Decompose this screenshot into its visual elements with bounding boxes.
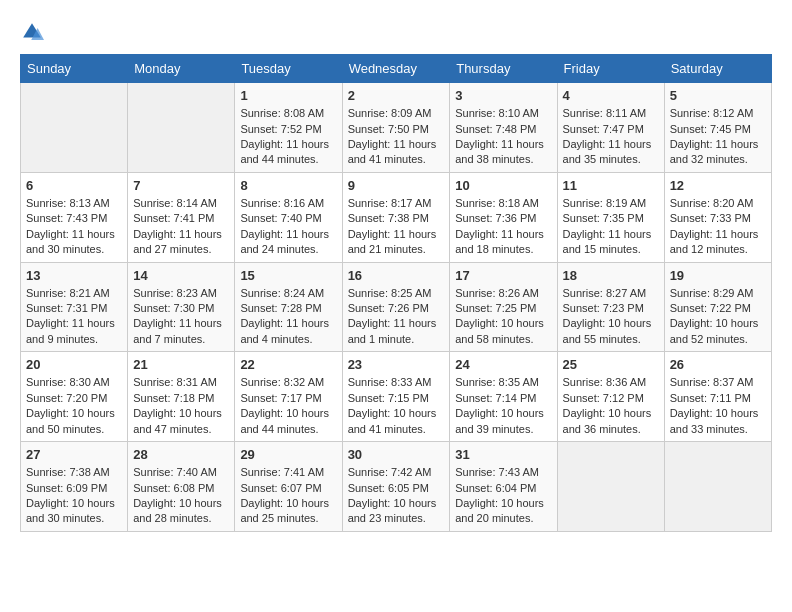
day-header-tuesday: Tuesday	[235, 55, 342, 83]
calendar-cell: 10Sunrise: 8:18 AMSunset: 7:36 PMDayligh…	[450, 172, 557, 262]
calendar-cell: 15Sunrise: 8:24 AMSunset: 7:28 PMDayligh…	[235, 262, 342, 352]
day-info: Sunset: 7:52 PM	[240, 122, 336, 137]
day-info: Sunset: 7:30 PM	[133, 301, 229, 316]
day-number: 14	[133, 267, 229, 285]
calendar-cell	[557, 442, 664, 532]
day-header-wednesday: Wednesday	[342, 55, 450, 83]
calendar-cell: 19Sunrise: 8:29 AMSunset: 7:22 PMDayligh…	[664, 262, 771, 352]
day-number: 18	[563, 267, 659, 285]
day-info: Daylight: 11 hours and 15 minutes.	[563, 227, 659, 258]
day-info: Sunrise: 8:17 AM	[348, 196, 445, 211]
day-number: 20	[26, 356, 122, 374]
calendar-cell: 4Sunrise: 8:11 AMSunset: 7:47 PMDaylight…	[557, 83, 664, 173]
day-info: Daylight: 10 hours and 52 minutes.	[670, 316, 766, 347]
day-info: Sunset: 7:26 PM	[348, 301, 445, 316]
calendar-cell: 28Sunrise: 7:40 AMSunset: 6:08 PMDayligh…	[128, 442, 235, 532]
day-info: Daylight: 11 hours and 27 minutes.	[133, 227, 229, 258]
day-number: 6	[26, 177, 122, 195]
calendar-cell: 6Sunrise: 8:13 AMSunset: 7:43 PMDaylight…	[21, 172, 128, 262]
day-info: Sunset: 7:12 PM	[563, 391, 659, 406]
calendar-cell: 3Sunrise: 8:10 AMSunset: 7:48 PMDaylight…	[450, 83, 557, 173]
day-info: Daylight: 11 hours and 18 minutes.	[455, 227, 551, 258]
day-number: 21	[133, 356, 229, 374]
calendar-week-4: 20Sunrise: 8:30 AMSunset: 7:20 PMDayligh…	[21, 352, 772, 442]
day-info: Sunset: 7:36 PM	[455, 211, 551, 226]
calendar-cell: 26Sunrise: 8:37 AMSunset: 7:11 PMDayligh…	[664, 352, 771, 442]
day-info: Sunset: 7:43 PM	[26, 211, 122, 226]
day-info: Sunrise: 7:42 AM	[348, 465, 445, 480]
day-header-friday: Friday	[557, 55, 664, 83]
day-info: Sunrise: 8:18 AM	[455, 196, 551, 211]
day-number: 10	[455, 177, 551, 195]
day-info: Sunrise: 8:21 AM	[26, 286, 122, 301]
day-info: Daylight: 10 hours and 44 minutes.	[240, 406, 336, 437]
day-info: Daylight: 10 hours and 55 minutes.	[563, 316, 659, 347]
day-info: Sunrise: 8:32 AM	[240, 375, 336, 390]
calendar-cell: 13Sunrise: 8:21 AMSunset: 7:31 PMDayligh…	[21, 262, 128, 352]
day-info: Sunset: 7:14 PM	[455, 391, 551, 406]
day-info: Sunset: 7:31 PM	[26, 301, 122, 316]
day-info: Sunset: 7:20 PM	[26, 391, 122, 406]
day-info: Sunrise: 8:35 AM	[455, 375, 551, 390]
calendar-cell: 31Sunrise: 7:43 AMSunset: 6:04 PMDayligh…	[450, 442, 557, 532]
calendar-week-3: 13Sunrise: 8:21 AMSunset: 7:31 PMDayligh…	[21, 262, 772, 352]
day-info: Sunrise: 8:13 AM	[26, 196, 122, 211]
day-info: Daylight: 10 hours and 39 minutes.	[455, 406, 551, 437]
calendar-week-1: 1Sunrise: 8:08 AMSunset: 7:52 PMDaylight…	[21, 83, 772, 173]
day-info: Daylight: 11 hours and 44 minutes.	[240, 137, 336, 168]
day-info: Sunrise: 8:12 AM	[670, 106, 766, 121]
day-info: Sunrise: 8:30 AM	[26, 375, 122, 390]
day-number: 15	[240, 267, 336, 285]
day-info: Sunrise: 8:14 AM	[133, 196, 229, 211]
calendar-week-5: 27Sunrise: 7:38 AMSunset: 6:09 PMDayligh…	[21, 442, 772, 532]
day-info: Daylight: 11 hours and 41 minutes.	[348, 137, 445, 168]
day-number: 26	[670, 356, 766, 374]
day-number: 2	[348, 87, 445, 105]
day-info: Sunrise: 8:29 AM	[670, 286, 766, 301]
day-header-saturday: Saturday	[664, 55, 771, 83]
day-info: Sunset: 7:45 PM	[670, 122, 766, 137]
logo	[20, 20, 48, 44]
calendar-week-2: 6Sunrise: 8:13 AMSunset: 7:43 PMDaylight…	[21, 172, 772, 262]
day-info: Sunrise: 8:20 AM	[670, 196, 766, 211]
day-info: Sunset: 7:33 PM	[670, 211, 766, 226]
day-info: Daylight: 11 hours and 4 minutes.	[240, 316, 336, 347]
day-info: Daylight: 10 hours and 58 minutes.	[455, 316, 551, 347]
calendar-cell: 16Sunrise: 8:25 AMSunset: 7:26 PMDayligh…	[342, 262, 450, 352]
calendar-cell: 14Sunrise: 8:23 AMSunset: 7:30 PMDayligh…	[128, 262, 235, 352]
day-info: Sunset: 7:35 PM	[563, 211, 659, 226]
day-number: 9	[348, 177, 445, 195]
day-info: Sunset: 7:17 PM	[240, 391, 336, 406]
day-info: Sunrise: 8:23 AM	[133, 286, 229, 301]
day-info: Daylight: 10 hours and 30 minutes.	[26, 496, 122, 527]
day-number: 23	[348, 356, 445, 374]
day-info: Sunrise: 8:09 AM	[348, 106, 445, 121]
calendar-cell: 2Sunrise: 8:09 AMSunset: 7:50 PMDaylight…	[342, 83, 450, 173]
day-info: Daylight: 11 hours and 7 minutes.	[133, 316, 229, 347]
day-number: 27	[26, 446, 122, 464]
day-info: Sunset: 7:50 PM	[348, 122, 445, 137]
day-info: Sunrise: 8:27 AM	[563, 286, 659, 301]
calendar-cell: 22Sunrise: 8:32 AMSunset: 7:17 PMDayligh…	[235, 352, 342, 442]
day-info: Sunset: 7:25 PM	[455, 301, 551, 316]
day-number: 12	[670, 177, 766, 195]
calendar-cell: 17Sunrise: 8:26 AMSunset: 7:25 PMDayligh…	[450, 262, 557, 352]
day-number: 17	[455, 267, 551, 285]
day-header-thursday: Thursday	[450, 55, 557, 83]
calendar-cell: 1Sunrise: 8:08 AMSunset: 7:52 PMDaylight…	[235, 83, 342, 173]
day-number: 7	[133, 177, 229, 195]
day-number: 3	[455, 87, 551, 105]
calendar-header-row: SundayMondayTuesdayWednesdayThursdayFrid…	[21, 55, 772, 83]
day-number: 29	[240, 446, 336, 464]
day-info: Sunrise: 8:08 AM	[240, 106, 336, 121]
day-info: Sunset: 7:18 PM	[133, 391, 229, 406]
calendar-cell: 12Sunrise: 8:20 AMSunset: 7:33 PMDayligh…	[664, 172, 771, 262]
day-info: Sunrise: 8:31 AM	[133, 375, 229, 390]
day-info: Sunrise: 8:10 AM	[455, 106, 551, 121]
calendar-cell: 29Sunrise: 7:41 AMSunset: 6:07 PMDayligh…	[235, 442, 342, 532]
day-info: Daylight: 10 hours and 33 minutes.	[670, 406, 766, 437]
calendar-cell	[128, 83, 235, 173]
day-info: Sunset: 6:05 PM	[348, 481, 445, 496]
day-info: Daylight: 11 hours and 12 minutes.	[670, 227, 766, 258]
day-info: Daylight: 10 hours and 23 minutes.	[348, 496, 445, 527]
